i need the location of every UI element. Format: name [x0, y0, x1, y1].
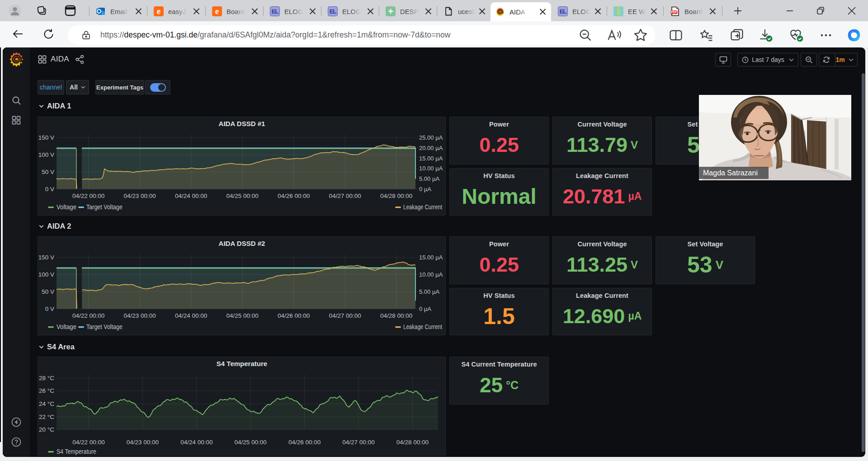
svg-text:0 µA: 0 µA	[419, 186, 431, 193]
svg-text:5.00 µA: 5.00 µA	[419, 288, 439, 295]
svg-text:26 °C: 26 °C	[39, 387, 54, 394]
svg-text:04/28 00:00: 04/28 00:00	[380, 312, 412, 319]
svg-text:Voltage: Voltage	[57, 323, 76, 330]
svg-text:Leakage Current: Leakage Current	[403, 203, 442, 211]
svg-text:04/25 00:00: 04/25 00:00	[235, 439, 267, 446]
svg-text:04/26 00:00: 04/26 00:00	[288, 439, 321, 446]
svg-text:04/22 00:00: 04/22 00:00	[72, 193, 104, 199]
svg-text:04/23 00:00: 04/23 00:00	[124, 193, 156, 199]
svg-text:04/25 00:00: 04/25 00:00	[226, 193, 259, 199]
svg-text:04/24 00:00: 04/24 00:00	[175, 312, 207, 319]
svg-text:150 V: 150 V	[38, 254, 54, 261]
svg-text:Target Voltage: Target Voltage	[86, 323, 123, 330]
svg-text:Leakage Current: Leakage Current	[403, 323, 442, 330]
svg-text:20.00 µA: 20.00 µA	[419, 145, 443, 151]
svg-text:04/27 00:00: 04/27 00:00	[329, 312, 361, 319]
svg-text:25.00 µA: 25.00 µA	[419, 134, 443, 141]
svg-text:04/27 00:00: 04/27 00:00	[329, 193, 361, 199]
svg-text:S4 Temperature: S4 Temperature	[217, 360, 267, 367]
svg-text:PDF: PDF	[671, 10, 677, 14]
svg-text:100 V: 100 V	[38, 151, 54, 158]
svg-text:5.00 µA: 5.00 µA	[419, 175, 439, 182]
svg-text:04/25 00:00: 04/25 00:00	[226, 312, 259, 319]
svg-text:04/24 00:00: 04/24 00:00	[175, 193, 207, 199]
svg-text:04/28 00:00: 04/28 00:00	[396, 439, 429, 446]
svg-text:AIDA DSSD #1: AIDA DSSD #1	[219, 120, 265, 127]
svg-text:S4 Temperature: S4 Temperature	[57, 448, 96, 455]
svg-text:04/26 00:00: 04/26 00:00	[278, 193, 310, 199]
svg-text:Voltage: Voltage	[57, 203, 76, 211]
svg-text:150 V: 150 V	[38, 134, 54, 141]
svg-text:10.00 µA: 10.00 µA	[419, 271, 443, 278]
svg-text:04/28 00:00: 04/28 00:00	[380, 193, 412, 199]
svg-text:10.00 µA: 10.00 µA	[419, 165, 443, 172]
svg-text:04/23 00:00: 04/23 00:00	[124, 312, 156, 319]
svg-text:24 °C: 24 °C	[39, 400, 54, 407]
svg-text:15.00 µA: 15.00 µA	[419, 254, 443, 261]
svg-text:50 V: 50 V	[42, 288, 54, 295]
svg-text:28 °C: 28 °C	[39, 375, 54, 381]
svg-text:04/27 00:00: 04/27 00:00	[342, 439, 374, 446]
svg-text:04/24 00:00: 04/24 00:00	[180, 439, 212, 446]
svg-text:Target Voltage: Target Voltage	[86, 203, 123, 211]
svg-text:0 V: 0 V	[45, 186, 54, 193]
svg-text:04/23 00:00: 04/23 00:00	[127, 439, 159, 446]
svg-text:100 V: 100 V	[38, 271, 54, 278]
svg-text:0 µA: 0 µA	[419, 306, 431, 312]
svg-text:20 °C: 20 °C	[39, 426, 54, 433]
svg-text:22 °C: 22 °C	[39, 414, 54, 420]
svg-text:50 V: 50 V	[42, 169, 54, 175]
svg-text:04/22 00:00: 04/22 00:00	[72, 439, 104, 446]
svg-text:15.00 µA: 15.00 µA	[419, 155, 443, 162]
svg-text:AIDA DSSD #2: AIDA DSSD #2	[219, 240, 265, 247]
svg-text:04/26 00:00: 04/26 00:00	[278, 312, 310, 319]
svg-text:04/22 00:00: 04/22 00:00	[72, 312, 104, 319]
svg-text:0 V: 0 V	[45, 306, 54, 312]
